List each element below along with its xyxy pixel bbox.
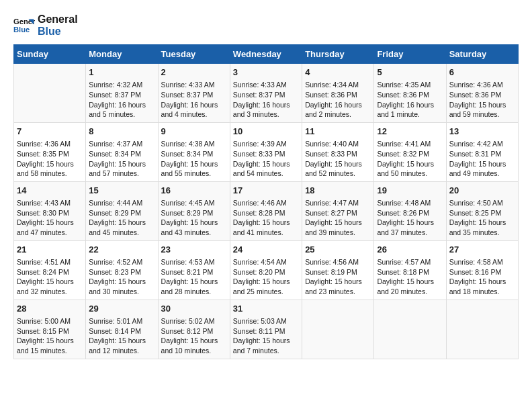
weekday-header-wednesday: Wednesday [230,45,302,64]
day-number: 19 [377,185,443,197]
cell-content: Sunrise: 4:48 AM Sunset: 8:26 PM Dayligh… [377,198,443,238]
calendar-cell: 6Sunrise: 4:36 AM Sunset: 8:36 PM Daylig… [446,64,518,123]
calendar-cell: 27Sunrise: 4:58 AM Sunset: 8:16 PM Dayli… [446,240,518,300]
calendar-cell: 9Sunrise: 4:38 AM Sunset: 8:34 PM Daylig… [158,122,230,181]
cell-content: Sunrise: 4:33 AM Sunset: 8:37 PM Dayligh… [233,80,299,120]
cell-content: Sunrise: 4:32 AM Sunset: 8:37 PM Dayligh… [89,80,154,120]
calendar-body: 1Sunrise: 4:32 AM Sunset: 8:37 PM Daylig… [14,64,519,359]
cell-content: Sunrise: 4:52 AM Sunset: 8:23 PM Dayligh… [89,257,154,297]
cell-content: Sunrise: 4:35 AM Sunset: 8:36 PM Dayligh… [377,80,443,120]
cell-content: Sunrise: 4:51 AM Sunset: 8:24 PM Dayligh… [17,257,83,297]
weekday-header-thursday: Thursday [302,45,374,64]
weekday-header-friday: Friday [374,45,446,64]
cell-content: Sunrise: 5:03 AM Sunset: 8:11 PM Dayligh… [233,316,299,356]
day-number: 1 [89,66,154,79]
day-number: 23 [161,244,227,256]
calendar-cell [302,300,374,359]
svg-text:Blue: Blue [13,26,30,34]
calendar-cell: 19Sunrise: 4:48 AM Sunset: 8:26 PM Dayli… [374,181,446,240]
day-number: 7 [17,126,83,138]
calendar-cell: 7Sunrise: 4:36 AM Sunset: 8:35 PM Daylig… [14,122,86,181]
logo-icon: General Blue [13,15,35,36]
calendar-cell: 12Sunrise: 4:41 AM Sunset: 8:32 PM Dayli… [374,122,446,181]
calendar-cell: 21Sunrise: 4:51 AM Sunset: 8:24 PM Dayli… [14,240,86,300]
day-number: 5 [377,66,443,79]
cell-content: Sunrise: 4:38 AM Sunset: 8:34 PM Dayligh… [161,139,227,179]
day-number: 12 [377,126,443,138]
calendar-cell: 24Sunrise: 4:54 AM Sunset: 8:20 PM Dayli… [230,240,302,300]
calendar-cell: 4Sunrise: 4:34 AM Sunset: 8:36 PM Daylig… [302,64,374,123]
calendar-cell [374,300,446,359]
calendar-cell: 14Sunrise: 4:43 AM Sunset: 8:30 PM Dayli… [14,181,86,240]
cell-content: Sunrise: 4:47 AM Sunset: 8:27 PM Dayligh… [305,198,371,238]
day-number: 28 [17,303,83,315]
cell-content: Sunrise: 4:54 AM Sunset: 8:20 PM Dayligh… [233,257,299,297]
cell-content: Sunrise: 4:43 AM Sunset: 8:30 PM Dayligh… [17,198,83,238]
calendar-cell: 2Sunrise: 4:33 AM Sunset: 8:37 PM Daylig… [158,64,230,123]
calendar-cell: 3Sunrise: 4:33 AM Sunset: 8:37 PM Daylig… [230,64,302,123]
day-number: 14 [17,185,83,197]
calendar-cell: 13Sunrise: 4:42 AM Sunset: 8:31 PM Dayli… [446,122,518,181]
calendar-cell: 29Sunrise: 5:01 AM Sunset: 8:14 PM Dayli… [86,300,158,359]
calendar-week-2: 7Sunrise: 4:36 AM Sunset: 8:35 PM Daylig… [14,122,519,181]
weekday-header-saturday: Saturday [446,45,518,64]
calendar-cell: 28Sunrise: 5:00 AM Sunset: 8:15 PM Dayli… [14,300,86,359]
calendar-cell: 25Sunrise: 4:56 AM Sunset: 8:19 PM Dayli… [302,240,374,300]
logo: General Blue General Blue [13,13,78,38]
calendar-cell: 5Sunrise: 4:35 AM Sunset: 8:36 PM Daylig… [374,64,446,123]
calendar-week-1: 1Sunrise: 4:32 AM Sunset: 8:37 PM Daylig… [14,64,519,123]
calendar-cell: 15Sunrise: 4:44 AM Sunset: 8:29 PM Dayli… [86,181,158,240]
day-number: 8 [89,126,154,138]
day-number: 3 [233,66,299,79]
cell-content: Sunrise: 4:41 AM Sunset: 8:32 PM Dayligh… [377,139,443,179]
calendar-cell: 17Sunrise: 4:46 AM Sunset: 8:28 PM Dayli… [230,181,302,240]
day-number: 17 [233,185,299,197]
calendar-cell: 8Sunrise: 4:37 AM Sunset: 8:34 PM Daylig… [86,122,158,181]
calendar-cell: 11Sunrise: 4:40 AM Sunset: 8:33 PM Dayli… [302,122,374,181]
cell-content: Sunrise: 4:36 AM Sunset: 8:36 PM Dayligh… [449,80,515,120]
cell-content: Sunrise: 4:36 AM Sunset: 8:35 PM Dayligh… [17,139,83,179]
cell-content: Sunrise: 4:34 AM Sunset: 8:36 PM Dayligh… [305,80,371,120]
calendar-cell: 16Sunrise: 4:45 AM Sunset: 8:29 PM Dayli… [158,181,230,240]
page-header: General Blue General Blue [13,13,519,38]
day-number: 11 [305,126,371,138]
day-number: 20 [449,185,515,197]
day-number: 27 [449,244,515,256]
day-number: 25 [305,244,371,256]
cell-content: Sunrise: 4:45 AM Sunset: 8:29 PM Dayligh… [161,198,227,238]
calendar-header-row: SundayMondayTuesdayWednesdayThursdayFrid… [14,45,519,64]
day-number: 31 [233,303,299,315]
calendar-cell [14,64,86,123]
calendar-week-5: 28Sunrise: 5:00 AM Sunset: 8:15 PM Dayli… [14,300,519,359]
calendar-table: SundayMondayTuesdayWednesdayThursdayFrid… [13,44,519,359]
cell-content: Sunrise: 5:02 AM Sunset: 8:12 PM Dayligh… [161,316,227,356]
day-number: 22 [89,244,154,256]
cell-content: Sunrise: 4:44 AM Sunset: 8:29 PM Dayligh… [89,198,154,238]
cell-content: Sunrise: 5:00 AM Sunset: 8:15 PM Dayligh… [17,316,83,356]
day-number: 21 [17,244,83,256]
calendar-week-4: 21Sunrise: 4:51 AM Sunset: 8:24 PM Dayli… [14,240,519,300]
cell-content: Sunrise: 4:39 AM Sunset: 8:33 PM Dayligh… [233,139,299,179]
day-number: 13 [449,126,515,138]
day-number: 2 [161,66,227,79]
calendar-cell: 31Sunrise: 5:03 AM Sunset: 8:11 PM Dayli… [230,300,302,359]
weekday-header-sunday: Sunday [14,45,86,64]
cell-content: Sunrise: 4:42 AM Sunset: 8:31 PM Dayligh… [449,139,515,179]
calendar-cell: 20Sunrise: 4:50 AM Sunset: 8:25 PM Dayli… [446,181,518,240]
day-number: 30 [161,303,227,315]
day-number: 10 [233,126,299,138]
calendar-week-3: 14Sunrise: 4:43 AM Sunset: 8:30 PM Dayli… [14,181,519,240]
cell-content: Sunrise: 4:57 AM Sunset: 8:18 PM Dayligh… [377,257,443,297]
weekday-header-monday: Monday [86,45,158,64]
day-number: 16 [161,185,227,197]
cell-content: Sunrise: 5:01 AM Sunset: 8:14 PM Dayligh… [89,316,154,356]
calendar-cell: 1Sunrise: 4:32 AM Sunset: 8:37 PM Daylig… [86,64,158,123]
cell-content: Sunrise: 4:40 AM Sunset: 8:33 PM Dayligh… [305,139,371,179]
cell-content: Sunrise: 4:58 AM Sunset: 8:16 PM Dayligh… [449,257,515,297]
calendar-cell: 22Sunrise: 4:52 AM Sunset: 8:23 PM Dayli… [86,240,158,300]
day-number: 4 [305,66,371,79]
logo-line2: Blue [38,26,78,38]
day-number: 24 [233,244,299,256]
calendar-cell: 30Sunrise: 5:02 AM Sunset: 8:12 PM Dayli… [158,300,230,359]
cell-content: Sunrise: 4:37 AM Sunset: 8:34 PM Dayligh… [89,139,154,179]
